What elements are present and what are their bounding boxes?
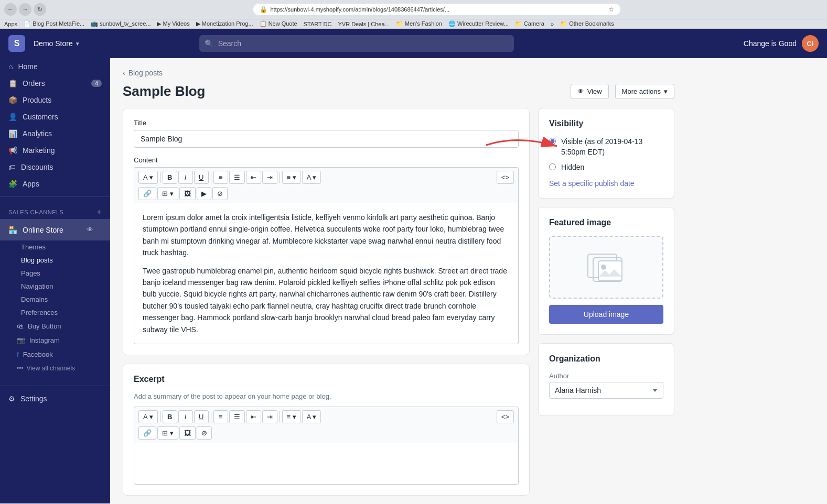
upload-image-button[interactable]: Upload image <box>549 305 663 324</box>
excerpt-ul-btn[interactable]: ≡ <box>213 410 228 423</box>
bookmark-sunbowl[interactable]: 📺 sunbowl_tv_scree... <box>91 20 151 27</box>
video-btn[interactable]: ▶ <box>197 187 211 200</box>
visibility-toggle-icon[interactable]: 👁 <box>82 223 102 236</box>
source-btn[interactable]: <> <box>497 171 514 184</box>
bookmark-camera[interactable]: 📁 Camera <box>515 20 544 27</box>
sidebar-item-instagram[interactable]: 📷 Instagram <box>0 333 110 347</box>
image-btn[interactable]: 🖼 <box>179 187 196 200</box>
sidebar-sub-pages[interactable]: Pages <box>17 267 110 280</box>
bookmark-apps[interactable]: Apps <box>4 21 17 27</box>
font-btn[interactable]: A ▾ <box>138 171 158 184</box>
sidebar-item-online-store[interactable]: 🏪 Online Store 👁 <box>0 219 110 240</box>
unordered-list-btn[interactable]: ≡ <box>213 171 228 184</box>
sidebar-item-analytics[interactable]: 📊 Analytics <box>0 125 110 142</box>
star-icon[interactable]: ☆ <box>608 6 614 13</box>
visible-radio[interactable] <box>549 138 556 145</box>
sidebar-sub-navigation[interactable]: Navigation <box>17 280 110 293</box>
excerpt-align-btn[interactable]: ≡ ▾ <box>282 410 301 423</box>
excerpt-ol-btn[interactable]: ☰ <box>229 410 245 423</box>
content-card: Title Content A ▾ <box>123 108 530 355</box>
excerpt-underline-btn[interactable]: U <box>194 410 209 423</box>
avatar[interactable]: Ci <box>802 35 819 52</box>
search-input[interactable] <box>199 35 514 52</box>
sidebar-item-orders[interactable]: 📋 Orders 4 <box>0 75 110 92</box>
excerpt-font-btn[interactable]: A ▾ <box>138 410 158 423</box>
bookmark-monetization[interactable]: ▶ Monetization Prog... <box>196 20 253 27</box>
bookmark-videos[interactable]: ▶ My Videos <box>157 20 189 27</box>
refresh-button[interactable]: ↻ <box>34 3 46 16</box>
excerpt-image-btn[interactable]: 🖼 <box>179 426 196 440</box>
sidebar-item-facebook[interactable]: f Facebook <box>0 347 110 361</box>
sidebar-sub-blog-posts[interactable]: Blog posts <box>17 254 110 267</box>
author-field: Author Alana Harnish <box>549 372 663 399</box>
bookmark-startdc[interactable]: START DC <box>304 21 332 27</box>
sidebar-item-home[interactable]: ⌂ Home <box>0 58 110 75</box>
bookmark-yvr[interactable]: YVR Deals | Chea... <box>338 21 389 27</box>
bookmark-wirecutter[interactable]: 🌐 Wirecutter Review... <box>448 20 509 27</box>
bookmark-more[interactable]: » <box>551 21 554 27</box>
excerpt-link-btn[interactable]: 🔗 <box>138 426 156 440</box>
ordered-list-btn[interactable]: ☰ <box>229 171 245 184</box>
sidebar-sub-preferences[interactable]: Preferences <box>17 306 110 319</box>
dropdown-caret-icon: ▾ <box>664 87 668 95</box>
sales-channels-label: SALES CHANNELS + <box>0 201 110 219</box>
clear-format-btn[interactable]: ⊘ <box>212 187 228 200</box>
excerpt-outdent-btn[interactable]: ⇤ <box>246 410 261 423</box>
indent-btn[interactable]: ⇥ <box>262 171 277 184</box>
more-actions-button[interactable]: More actions ▾ <box>615 84 674 99</box>
excerpt-source-btn[interactable]: <> <box>497 410 514 423</box>
color-btn[interactable]: A ▾ <box>302 171 321 184</box>
excerpt-bold-btn[interactable]: B <box>163 410 177 423</box>
forward-button[interactable]: → <box>19 3 31 16</box>
excerpt-indent-btn[interactable]: ⇥ <box>262 410 277 423</box>
back-button[interactable]: ← <box>4 3 17 16</box>
title-label: Title <box>134 119 519 127</box>
sidebar-item-customers[interactable]: 👤 Customers <box>0 108 110 125</box>
main-column: Title Content A ▾ <box>123 108 530 503</box>
add-channel-icon[interactable]: + <box>96 207 102 217</box>
address-bar[interactable]: 🔒 https://sunbowl-4.myshopify.com/admin/… <box>253 4 620 15</box>
view-button[interactable]: 👁 View <box>571 84 609 99</box>
bookmark-quote[interactable]: 📋 New Quote <box>260 20 297 27</box>
excerpt-card: Excerpt Add a summary of the post to app… <box>123 364 530 496</box>
sidebar-sub-themes[interactable]: Themes <box>17 240 110 254</box>
bookmarks-bar: Apps 📄 Blog Post MetaFie... 📺 sunbowl_tv… <box>0 19 827 29</box>
excerpt-italic-btn[interactable]: I <box>178 410 193 423</box>
link-btn[interactable]: 🔗 <box>138 187 156 200</box>
underline-btn[interactable]: U <box>194 171 209 184</box>
align-btn[interactable]: ≡ ▾ <box>282 171 301 184</box>
bold-btn[interactable]: B <box>163 171 177 184</box>
excerpt-color-btn[interactable]: A ▾ <box>302 410 321 423</box>
title-input[interactable] <box>134 130 519 148</box>
visibility-card: Visibility <box>538 108 674 199</box>
bookmark-fashion[interactable]: 📁 Men's Fashion <box>396 20 442 27</box>
italic-btn[interactable]: I <box>178 171 193 184</box>
breadcrumb-link[interactable]: Blog posts <box>128 69 163 77</box>
lock-icon: 🔒 <box>260 6 267 13</box>
table-btn[interactable]: ⊞ ▾ <box>157 187 178 200</box>
store-name[interactable]: Demo Store ▼ <box>34 39 80 48</box>
bookmark-blog[interactable]: 📄 Blog Post MetaFie... <box>24 20 84 27</box>
sidebar-item-apps[interactable]: 🧩 Apps <box>0 176 110 192</box>
sidebar-item-discounts[interactable]: 🏷 Discounts <box>0 159 110 176</box>
rich-text-content[interactable]: Lorem ipsum dolor amet la croix intellig… <box>134 203 519 344</box>
sidebar-sub-domains[interactable]: Domains <box>17 293 110 306</box>
excerpt-table-btn[interactable]: ⊞ ▾ <box>157 426 178 440</box>
sidebar-item-settings[interactable]: ⚙ Settings <box>0 390 110 407</box>
view-all-channels[interactable]: ••• View all channels <box>0 361 110 375</box>
hidden-radio[interactable] <box>549 163 556 170</box>
excerpt-clear-btn[interactable]: ⊘ <box>197 426 212 440</box>
title-field: Title <box>134 119 519 148</box>
sidebar-item-marketing[interactable]: 📢 Marketing <box>0 142 110 159</box>
sidebar-item-buy-button[interactable]: 🛍 Buy Button <box>0 319 110 333</box>
outdent-btn[interactable]: ⇤ <box>246 171 261 184</box>
excerpt-content[interactable] <box>134 443 519 485</box>
publish-date-link[interactable]: Set a specific publish date <box>549 179 663 188</box>
toolbar-sep-1 <box>160 172 160 183</box>
bookmark-other[interactable]: 📁 Other Bookmarks <box>560 20 614 27</box>
browser-nav-buttons[interactable]: ← → ↻ <box>4 3 46 16</box>
author-select[interactable]: Alana Harnish <box>549 382 663 399</box>
facebook-icon: f <box>17 350 19 358</box>
sidebar-item-products[interactable]: 📦 Products <box>0 92 110 108</box>
toolbar-sep-2 <box>211 172 211 183</box>
